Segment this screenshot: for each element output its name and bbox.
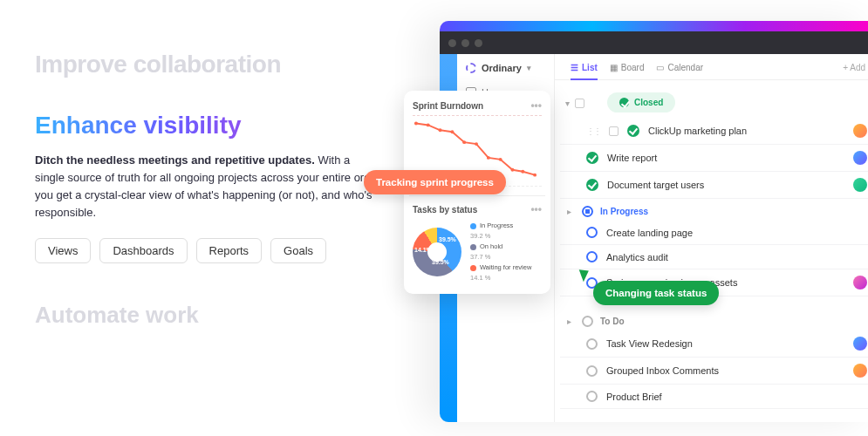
pill-dashboards[interactable]: Dashboards bbox=[99, 238, 187, 263]
board-icon: ▦ bbox=[610, 63, 618, 72]
task-row[interactable]: Create landing page bbox=[560, 221, 868, 245]
task-status-inprogress-icon[interactable] bbox=[586, 227, 598, 238]
status-todo-header[interactable]: To Do bbox=[600, 317, 625, 326]
workspace-switcher[interactable]: Ordinary ▾ bbox=[466, 63, 545, 73]
view-tabs: ☰ List ▦ Board ▭ Calendar + Add bbox=[555, 63, 868, 80]
svg-point-0 bbox=[414, 121, 418, 125]
pill-views[interactable]: Views bbox=[35, 238, 91, 263]
avatar[interactable] bbox=[853, 276, 867, 290]
pie-slice-label: 39.5% bbox=[432, 259, 449, 265]
svg-point-5 bbox=[475, 142, 478, 146]
workspace-icon bbox=[466, 63, 476, 73]
task-name: Create landing page bbox=[606, 228, 693, 238]
tab-board-label: Board bbox=[621, 63, 645, 72]
legend-value: 14.1 % bbox=[470, 274, 490, 282]
task-status-closed-icon[interactable] bbox=[586, 179, 598, 191]
task-name: Write report bbox=[607, 153, 657, 163]
status-inprogress-icon bbox=[582, 206, 593, 217]
chevron-down-icon: ▾ bbox=[527, 64, 531, 72]
svg-point-1 bbox=[427, 123, 430, 126]
tasks-by-status-title: Tasks by status bbox=[413, 205, 477, 215]
task-status-closed-icon[interactable] bbox=[586, 152, 598, 164]
legend-label: On hold bbox=[480, 242, 502, 250]
tab-list[interactable]: ☰ List bbox=[571, 63, 598, 80]
pill-goals[interactable]: Goals bbox=[270, 238, 326, 263]
heading-collaboration: Improve collaboration bbox=[35, 51, 384, 78]
svg-point-4 bbox=[462, 140, 466, 144]
avatar[interactable] bbox=[853, 178, 867, 192]
avatar[interactable] bbox=[853, 364, 867, 378]
pill-row: Views Dashboards Reports Goals bbox=[35, 238, 384, 263]
pill-reports[interactable]: Reports bbox=[196, 238, 263, 263]
task-row[interactable]: Task View Redesign bbox=[560, 330, 868, 358]
window-gradient-bar bbox=[440, 21, 868, 31]
avatar[interactable] bbox=[853, 337, 867, 351]
body-bold: Ditch the needless meetings and repetiti… bbox=[35, 153, 315, 167]
task-status-inprogress-icon[interactable] bbox=[586, 251, 598, 262]
add-view-button[interactable]: + Add bbox=[843, 63, 865, 72]
status-pie-chart: 39.5% 39.5% 14.1% bbox=[413, 228, 461, 276]
tracking-badge: Tracking sprint progress bbox=[364, 170, 506, 194]
drag-handle-icon[interactable]: ⋮⋮ bbox=[586, 126, 600, 136]
traffic-light-max[interactable] bbox=[475, 39, 482, 47]
task-checkbox[interactable] bbox=[609, 126, 619, 136]
legend-label: Waiting for review bbox=[480, 263, 531, 271]
svg-point-6 bbox=[487, 156, 490, 160]
main-panel: ☰ List ▦ Board ▭ Calendar + Add ▾ bbox=[555, 54, 868, 422]
svg-point-10 bbox=[533, 174, 537, 177]
status-closed-label: Closed bbox=[634, 98, 663, 107]
tab-calendar[interactable]: ▭ Calendar bbox=[656, 63, 703, 72]
calendar-icon: ▭ bbox=[656, 63, 664, 72]
status-closed-header[interactable]: Closed bbox=[607, 92, 675, 112]
avatar[interactable] bbox=[853, 151, 867, 165]
task-status-todo-icon[interactable] bbox=[586, 365, 598, 377]
card-menu-icon[interactable]: ••• bbox=[530, 203, 542, 215]
traffic-light-min[interactable] bbox=[461, 39, 469, 47]
task-name: ClickUp marketing plan bbox=[648, 126, 747, 136]
marketing-rail: Improve collaboration Enhance visibility… bbox=[35, 51, 384, 329]
tab-list-label: List bbox=[582, 63, 598, 72]
task-row[interactable]: Document target users bbox=[560, 172, 868, 199]
select-all-closed[interactable] bbox=[575, 99, 584, 108]
task-status-todo-icon[interactable] bbox=[586, 338, 598, 350]
svg-point-7 bbox=[499, 158, 502, 161]
task-row[interactable]: Product Brief bbox=[560, 385, 868, 409]
status-inprogress-header[interactable]: In Progress bbox=[600, 207, 648, 216]
task-row[interactable]: Grouped Inbox Comments bbox=[560, 358, 868, 385]
group-toggle-inprogress[interactable]: ▸ bbox=[567, 207, 571, 216]
changing-status-badge: Changing task status bbox=[593, 281, 719, 305]
check-icon bbox=[619, 98, 629, 107]
status-todo-icon bbox=[582, 316, 593, 327]
group-toggle-closed[interactable]: ▾ bbox=[565, 99, 570, 108]
task-status-closed-icon[interactable] bbox=[627, 125, 639, 137]
task-row[interactable]: ⋮⋮ ClickUp marketing plan bbox=[560, 118, 868, 145]
pie-slice-label: 39.5% bbox=[439, 236, 456, 242]
task-list: ▾ Closed ⋮⋮ ClickUp marketing plan bbox=[555, 80, 868, 414]
burndown-title: Sprint Burndown bbox=[413, 101, 483, 111]
task-name: Analytics audit bbox=[606, 252, 668, 262]
task-name: Grouped Inbox Comments bbox=[606, 365, 719, 376]
heading-visibility: Enhance visibility bbox=[35, 112, 384, 140]
task-status-todo-icon[interactable] bbox=[586, 391, 598, 402]
tab-calendar-label: Calendar bbox=[667, 63, 703, 72]
task-row[interactable]: Analytics audit bbox=[560, 245, 868, 269]
avatar[interactable] bbox=[853, 124, 867, 138]
heading-automate: Automate work bbox=[35, 302, 384, 329]
task-name: Task View Redesign bbox=[606, 338, 693, 349]
window-titlebar bbox=[440, 31, 868, 54]
pie-legend: In Progress39.2 % On hold37.7 % Waiting … bbox=[470, 221, 531, 283]
svg-point-2 bbox=[439, 128, 442, 132]
traffic-light-close[interactable] bbox=[448, 39, 456, 47]
task-name: Product Brief bbox=[606, 392, 662, 402]
svg-point-8 bbox=[510, 168, 514, 172]
svg-point-3 bbox=[450, 130, 454, 133]
card-menu-icon[interactable]: ••• bbox=[530, 99, 542, 112]
list-icon: ☰ bbox=[571, 63, 578, 72]
workspace-name: Ordinary bbox=[482, 63, 522, 73]
task-name: Document target users bbox=[607, 180, 704, 190]
legend-label: In Progress bbox=[480, 221, 513, 229]
tab-board[interactable]: ▦ Board bbox=[610, 63, 645, 72]
group-toggle-todo[interactable]: ▸ bbox=[567, 317, 571, 326]
legend-value: 39.2 % bbox=[470, 232, 490, 240]
task-row[interactable]: Write report bbox=[560, 145, 868, 172]
